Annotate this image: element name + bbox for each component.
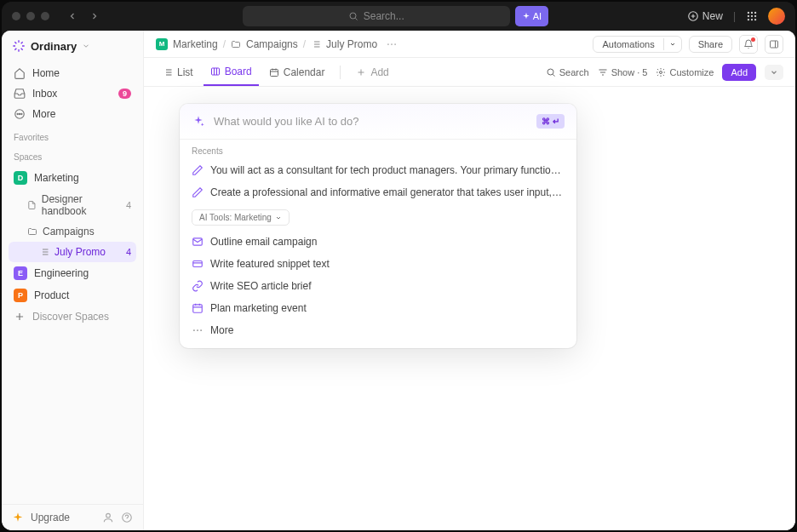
space-engineering[interactable]: E Engineering [9,262,136,284]
pencil-icon [192,186,204,198]
breadcrumb: M Marketing / Campaigns / July Promo Aut… [144,31,795,58]
chevron-down-icon [275,215,282,221]
sidebar-more[interactable]: More [9,104,136,124]
apps-icon[interactable] [746,10,758,22]
breadcrumb-space[interactable]: Marketing [173,38,218,50]
svg-point-30 [200,329,202,331]
sidebar-item-july-promo[interactable]: July Promo 4 [9,242,136,262]
view-show[interactable]: Show · 5 [598,67,648,77]
minimize-window[interactable] [26,12,35,20]
search-icon [546,67,556,77]
svg-rect-22 [270,69,278,76]
ai-button[interactable]: AI [515,6,548,26]
close-window[interactable] [12,12,20,20]
view-search[interactable]: Search [546,67,589,77]
mail-icon [192,236,204,248]
share-button[interactable]: Share [689,36,732,53]
sidebar-item-designer-handbook[interactable]: Designer handbook 4 [9,189,136,221]
chevron-down-icon[interactable] [663,38,681,50]
list-icon [163,67,173,77]
svg-point-5 [748,15,749,17]
help-icon[interactable] [121,512,133,523]
titlebar: Search... AI New | [2,2,795,31]
svg-point-9 [751,19,753,20]
panel-button[interactable] [765,35,783,54]
inbox-badge: 9 [118,89,131,99]
svg-point-23 [548,69,553,75]
search-icon [348,11,358,21]
space-badge-icon: D [14,171,27,185]
svg-point-8 [748,19,749,20]
svg-point-15 [106,513,111,518]
breadcrumb-folder[interactable]: Campaigns [246,38,298,50]
tab-list[interactable]: List [156,58,200,86]
more-icon[interactable] [386,38,398,50]
pencil-icon [192,164,204,176]
chevron-down-icon [82,42,90,50]
ai-popup: What would you like AI to do? ⌘ ↵ Recent… [180,104,576,348]
add-view-button[interactable]: Add [349,58,395,86]
sidebar-item-campaigns[interactable]: Campaigns [9,221,136,242]
tool-plan-event[interactable]: Plan marketing event [180,297,576,319]
notifications-button[interactable] [739,35,758,54]
settings-icon [656,67,666,77]
ai-tools-selector[interactable]: AI Tools: Marketing [192,209,290,226]
upgrade-button[interactable]: Upgrade [31,512,70,523]
board-canvas[interactable]: What would you like AI to do? ⌘ ↵ Recent… [144,87,795,530]
calendar-icon [269,67,279,77]
svg-point-18 [391,43,393,45]
svg-point-19 [394,43,396,45]
tool-seo-brief[interactable]: Write SEO article brief [180,275,576,297]
search-input[interactable]: Search... [243,6,510,26]
sidebar-footer: Upgrade [2,504,143,530]
tool-outline-email[interactable]: Outline email campaign [180,231,576,253]
discover-spaces[interactable]: Discover Spaces [9,306,136,327]
ai-prompt-input[interactable]: What would you like AI to do? [214,115,528,128]
recent-item[interactable]: Create a professional and informative em… [180,181,576,203]
user-icon[interactable] [102,512,114,523]
automations-button[interactable]: Automations [593,36,681,53]
plus-circle-icon [687,10,699,22]
svg-point-14 [21,113,22,114]
forward-button[interactable] [85,7,104,26]
tab-board[interactable]: Board [204,58,259,86]
keyboard-shortcut: ⌘ ↵ [536,114,565,129]
list-icon [311,39,321,49]
svg-rect-26 [193,261,203,267]
sidebar-inbox[interactable]: Inbox 9 [9,83,136,104]
tool-featured-snippet[interactable]: Write featured snippet text [180,253,576,275]
inbox-icon [14,88,26,100]
space-marketing[interactable]: D Marketing [9,167,136,189]
board-icon [210,66,221,77]
sidebar: Ordinary Home Inbox 9 More Favorites [2,31,144,530]
space-badge-icon: P [14,289,27,302]
new-button[interactable]: New [687,10,723,22]
view-tabs: List Board Calendar Add [144,58,795,87]
folder-icon [27,226,37,237]
sidebar-home[interactable]: Home [9,63,136,83]
svg-rect-27 [193,305,203,312]
calendar-icon [192,302,204,314]
sparkle-icon [522,12,530,20]
svg-point-10 [754,19,756,20]
favorites-heading: Favorites [2,126,143,146]
workspace-switcher[interactable]: Ordinary [2,31,143,61]
view-customize[interactable]: Customize [656,67,714,77]
add-dropdown[interactable] [765,65,783,80]
more-tools[interactable]: More [180,319,576,341]
svg-point-4 [754,12,756,14]
add-task-button[interactable]: Add [722,64,756,81]
tab-calendar[interactable]: Calendar [262,58,332,86]
maximize-window[interactable] [41,12,49,20]
window-controls [12,12,49,20]
recent-item[interactable]: You will act as a consultant for tech pr… [180,159,576,181]
space-product[interactable]: P Product [9,284,136,306]
back-button[interactable] [63,7,82,26]
breadcrumb-page[interactable]: July Promo [326,38,377,50]
list-icon [39,247,49,257]
logo-icon [12,39,26,53]
svg-point-6 [751,15,753,17]
doc-icon [27,200,37,210]
spaces-heading: Spaces [2,146,143,165]
avatar[interactable] [768,8,785,25]
